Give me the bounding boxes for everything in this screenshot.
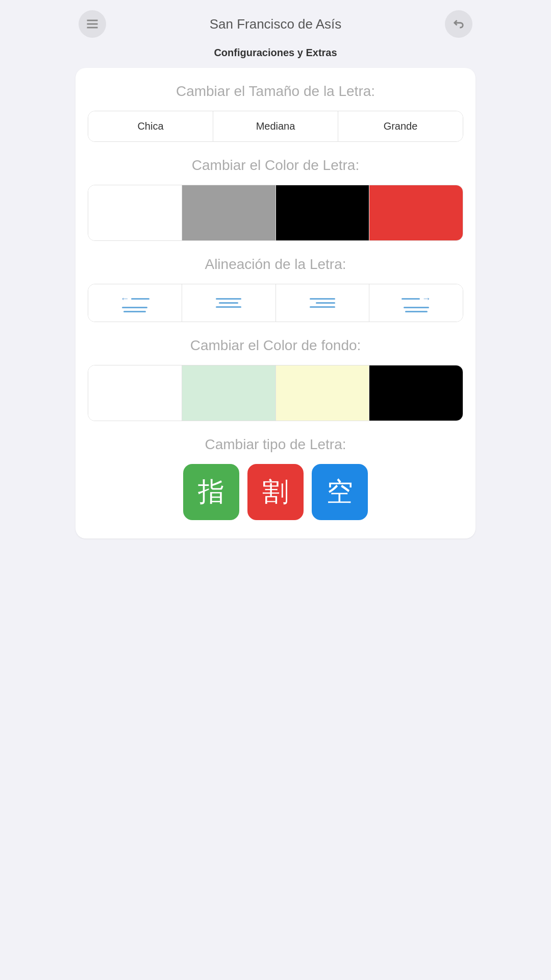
back-button[interactable] xyxy=(445,10,472,38)
font-size-small[interactable]: Chica xyxy=(88,111,213,141)
header: San Francisco de Asís xyxy=(66,0,485,43)
align-title: Alineación de la Letra: xyxy=(88,256,463,273)
menu-button[interactable] xyxy=(79,10,106,38)
font-color-gray[interactable] xyxy=(182,185,276,240)
font-size-medium[interactable]: Mediana xyxy=(213,111,338,141)
bg-color-title: Cambiar el Color de fondo: xyxy=(88,337,463,354)
align-left-arrow-icon: ← xyxy=(120,293,149,312)
font-color-black[interactable] xyxy=(276,185,370,240)
align-right-arrow-icon: → xyxy=(402,293,431,312)
font-type-title: Cambiar tipo de Letra: xyxy=(88,436,463,453)
bg-color-white[interactable] xyxy=(88,365,182,421)
settings-card: Cambiar el Tamaño de la Letra: Chica Med… xyxy=(76,68,475,538)
font-size-large[interactable]: Grande xyxy=(338,111,463,141)
font-type-red[interactable]: 割 xyxy=(247,464,304,520)
align-center[interactable] xyxy=(182,284,276,322)
page-subtitle: Configuraciones y Extras xyxy=(66,43,485,68)
align-right-arrow[interactable]: → xyxy=(369,284,463,322)
menu-icon xyxy=(85,17,99,31)
font-type-blue[interactable]: 空 xyxy=(312,464,368,520)
font-type-green[interactable]: 指 xyxy=(183,464,239,520)
font-color-red[interactable] xyxy=(369,185,463,240)
font-type-group: 指 割 空 xyxy=(88,464,463,520)
font-size-title: Cambiar el Tamaño de la Letra: xyxy=(88,83,463,100)
align-left-arrow[interactable]: ← xyxy=(88,284,182,322)
bg-color-group xyxy=(88,365,463,421)
bg-color-lightyellow[interactable] xyxy=(276,365,370,421)
font-size-group: Chica Mediana Grande xyxy=(88,111,463,142)
bg-color-lightgreen[interactable] xyxy=(182,365,276,421)
font-color-group xyxy=(88,185,463,241)
back-icon xyxy=(452,17,466,31)
align-right-icon xyxy=(310,298,335,308)
bg-color-black[interactable] xyxy=(369,365,463,421)
align-right[interactable] xyxy=(276,284,370,322)
align-center-icon xyxy=(216,298,241,308)
font-color-white[interactable] xyxy=(88,185,182,240)
font-color-title: Cambiar el Color de Letra: xyxy=(88,157,463,174)
app-title: San Francisco de Asís xyxy=(106,16,445,32)
align-group: ← xyxy=(88,284,463,322)
